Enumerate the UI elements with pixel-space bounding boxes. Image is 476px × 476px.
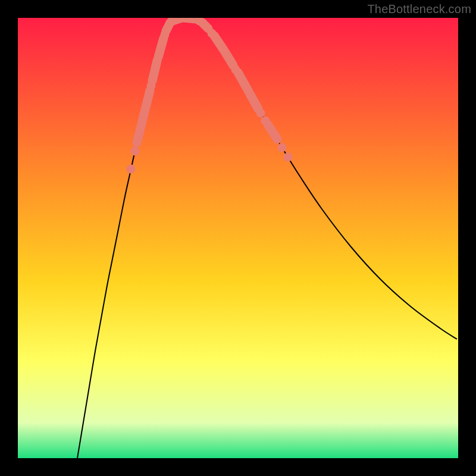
curve-marker-bar [152, 61, 157, 81]
curve-marker-dot [127, 165, 136, 174]
curve-marker-dot [278, 143, 287, 152]
watermark-text: TheBottleneck.com [367, 2, 471, 16]
curve-marker-bar [183, 18, 196, 19]
bottleneck-chart [18, 18, 458, 458]
curve-marker-dot [284, 153, 293, 162]
curve-marker-dot [131, 147, 140, 156]
bottom-marker-cluster [171, 18, 196, 21]
chart-frame [18, 18, 458, 458]
curve-marker-bar [202, 23, 208, 29]
curve-marker-bar [144, 90, 150, 114]
curve-marker-bar [158, 38, 164, 57]
curve-marker-bar [137, 117, 143, 143]
gradient-background [18, 18, 458, 458]
curve-marker-dot [256, 109, 265, 118]
